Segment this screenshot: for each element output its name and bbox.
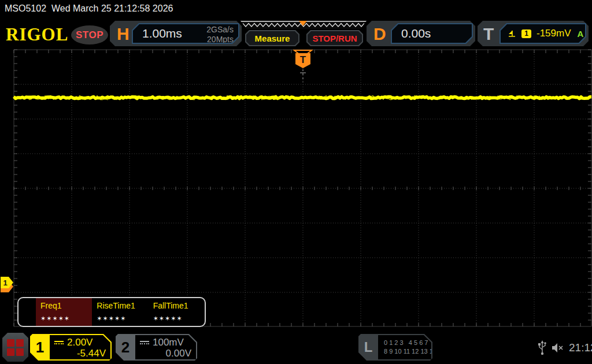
measurement-panel: Freq1 ✶✶✶✶✶ RiseTime1 ✶✶✶✶✶ FallTime1 ✶✶… bbox=[17, 297, 206, 327]
trigger-marker-letter: T bbox=[300, 54, 306, 65]
logic-channels-row2: 8 9 10 11 12 13 14 15 bbox=[384, 347, 427, 356]
usb-icon bbox=[538, 340, 547, 356]
title-bar: MSO5102 Wed March 25 21:12:58 2026 bbox=[5, 3, 173, 14]
waveform-overview-strip[interactable] bbox=[240, 21, 367, 29]
channel2-scale: 100mV bbox=[153, 337, 184, 348]
measure-button[interactable]: Measure bbox=[245, 30, 299, 46]
channel2-offset: 0.00V bbox=[140, 349, 191, 358]
channel2-number: 2 bbox=[116, 334, 135, 361]
graticule-area: T 1 bbox=[0, 49, 592, 328]
channel1-marker-label: 1 bbox=[3, 278, 7, 287]
function-menu-button[interactable] bbox=[2, 333, 28, 362]
delay-value: 0.00s bbox=[401, 27, 431, 40]
measurement-risetime1[interactable]: RiseTime1 ✶✶✶✶✶ bbox=[92, 298, 148, 326]
dc-coupling-icon bbox=[54, 341, 64, 344]
channel1-offset: -5.44V bbox=[54, 349, 106, 358]
memory-depth: 20Mpts bbox=[206, 35, 234, 44]
stop-run-button[interactable]: STOP/RUN bbox=[306, 30, 363, 46]
channel1-number: 1 bbox=[30, 334, 50, 361]
horizontal-settings-tab[interactable]: H 1.00ms 2GSa/s 20Mpts bbox=[110, 21, 242, 46]
trigger-settings-tab[interactable]: T 1 -159mV A bbox=[478, 21, 589, 46]
logic-channels-box[interactable]: L 0 1 2 3 4 5 6 7 8 9 10 11 12 13 14 15 bbox=[358, 334, 432, 361]
channel1-status-box[interactable]: 1 2.00V -5.44V bbox=[30, 334, 112, 361]
logic-channels-row1: 0 1 2 3 4 5 6 7 bbox=[384, 339, 427, 347]
channel2-status-box[interactable]: 2 100mV 0.00V bbox=[116, 334, 197, 361]
four-squares-icon bbox=[7, 339, 24, 356]
acquisition-info: 2GSa/s 20Mpts bbox=[206, 25, 234, 44]
delay-settings-tab[interactable]: D 0.00s bbox=[367, 21, 475, 46]
oscilloscope-screen: MSO5102 Wed March 25 21:12:58 2026 RIGOL… bbox=[0, 0, 592, 364]
run-state-badge[interactable]: STOP bbox=[71, 25, 108, 44]
trigger-level-value: -159mV bbox=[536, 28, 571, 39]
sound-muted-icon[interactable] bbox=[550, 341, 565, 355]
trigger-marker[interactable]: T bbox=[295, 53, 310, 82]
trigger-source-badge: 1 bbox=[521, 29, 531, 38]
measurement-freq1[interactable]: Freq1 ✶✶✶✶✶ bbox=[36, 298, 92, 326]
rigol-logo: RIGOL bbox=[6, 24, 68, 45]
waveform-trace-ch1 bbox=[14, 96, 591, 100]
logic-label: L bbox=[358, 334, 378, 361]
delay-label: D bbox=[373, 22, 386, 46]
grid-lines bbox=[14, 50, 591, 326]
falling-edge-trigger-icon bbox=[508, 29, 516, 38]
trigger-label: T bbox=[483, 22, 494, 46]
waveform-overview-icon bbox=[240, 21, 367, 29]
measurement-falltime1[interactable]: FallTime1 ✶✶✶✶✶ bbox=[149, 298, 205, 326]
trigger-mode-indicator: A bbox=[578, 29, 584, 39]
timebase-value: 1.00ms bbox=[142, 27, 182, 40]
clock[interactable]: 21:12 bbox=[569, 341, 592, 354]
channel1-scale: 2.00V bbox=[67, 337, 92, 348]
horizontal-label: H bbox=[117, 22, 130, 46]
dc-coupling-icon bbox=[140, 341, 149, 344]
sample-rate: 2GSa/s bbox=[206, 25, 234, 35]
